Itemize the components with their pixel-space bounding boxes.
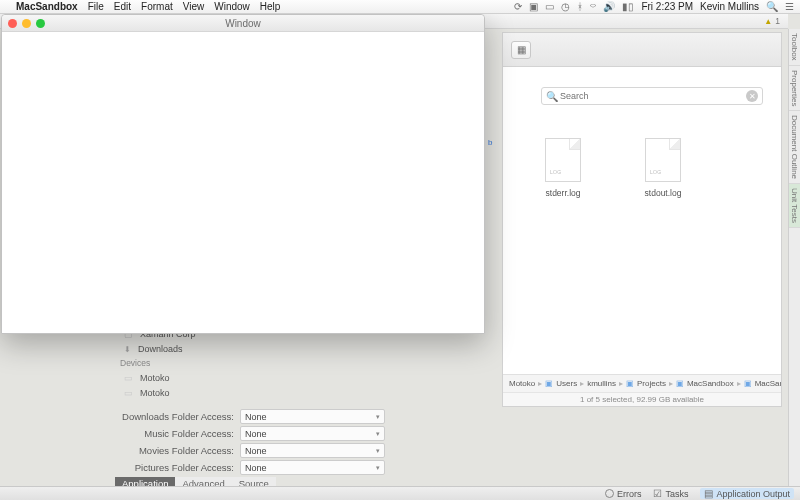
right-tab-toolbox[interactable]: Toolbox <box>789 29 800 66</box>
menubar-status-area: ⟳ ▣ ▭ ◷ ᚼ ⌔ 🔊 ▮▯ Fri 2:23 PM Kevin Mulli… <box>514 1 794 12</box>
right-tab-unit-tests[interactable]: Unit Tests <box>789 184 800 228</box>
bottom-tab-tasks[interactable]: ☑Tasks <box>653 488 688 499</box>
finder-search-input[interactable] <box>560 91 744 101</box>
app-window-titlebar[interactable]: Window <box>2 15 484 32</box>
project-options-panel: Downloads Folder Access: None▾ Music Fol… <box>115 408 395 476</box>
minimize-icon[interactable] <box>22 19 31 28</box>
close-icon[interactable] <box>8 19 17 28</box>
menu-app[interactable]: MacSandbox <box>16 1 78 12</box>
path-seg: MacSandbox <box>676 379 734 388</box>
menu-view[interactable]: View <box>183 1 205 12</box>
prop-select-movies[interactable]: None▾ <box>240 443 385 458</box>
clear-search-icon[interactable]: ✕ <box>746 90 758 102</box>
finder-toolbar: ▦ <box>503 33 781 67</box>
menubar-clock[interactable]: Fri 2:23 PM <box>641 1 693 12</box>
spotlight-icon[interactable]: 🔍 <box>766 1 778 12</box>
chevron-down-icon: ▾ <box>376 464 380 472</box>
bottom-tab-errors[interactable]: Errors <box>605 489 642 499</box>
right-tab-document-outline[interactable]: Document Outline <box>789 111 800 184</box>
notification-center-icon[interactable]: ☰ <box>785 1 794 12</box>
notification-count: 1 <box>775 16 780 26</box>
file-icon: LOG <box>645 138 681 182</box>
sync-icon[interactable]: ⟳ <box>514 1 522 12</box>
finder-window: ▦ 🔍 ✕ LOG stderr.log LOG stdout.log Moto… <box>502 32 782 407</box>
output-icon: ▤ <box>704 488 713 499</box>
path-seg: MacSandbox <box>744 379 781 388</box>
solution-tree-fragment: Xamarin Corp Downloads Devices Motoko Mo… <box>118 326 210 400</box>
finder-view-button[interactable]: ▦ <box>511 41 531 59</box>
ide-notification-badge[interactable]: ▲ 1 <box>764 16 780 26</box>
chevron-down-icon: ▾ <box>376 430 380 438</box>
menu-help[interactable]: Help <box>260 1 281 12</box>
zoom-icon[interactable] <box>36 19 45 28</box>
app-window: Window <box>1 14 485 334</box>
finder-file-grid: LOG stderr.log LOG stdout.log <box>503 118 781 374</box>
prop-row-movies: Movies Folder Access: None▾ <box>115 442 395 459</box>
background-text-fragment: b <box>488 138 492 147</box>
menubar-user[interactable]: Kevin Mullins <box>700 1 759 12</box>
search-icon: 🔍 <box>546 91 558 102</box>
menu-format[interactable]: Format <box>141 1 173 12</box>
wifi-icon[interactable]: ⌔ <box>590 1 596 12</box>
tree-section-devices: Devices <box>118 356 210 370</box>
battery-icon[interactable]: ▮▯ <box>622 1 634 12</box>
file-label: stdout.log <box>633 188 693 198</box>
file-icon: LOG <box>545 138 581 182</box>
file-label: stderr.log <box>533 188 593 198</box>
prop-select-downloads[interactable]: None▾ <box>240 409 385 424</box>
finder-search-field[interactable]: 🔍 ✕ <box>541 87 763 105</box>
menu-edit[interactable]: Edit <box>114 1 131 12</box>
app-window-title: Window <box>225 18 261 29</box>
tree-device-motoko-2[interactable]: Motoko <box>118 385 210 400</box>
finder-status-bar: 1 of 5 selected, 92.99 GB available <box>503 392 781 406</box>
ide-right-sidebar: Toolbox Properties Document Outline Unit… <box>788 29 800 486</box>
file-stderr-log[interactable]: LOG stderr.log <box>533 138 593 354</box>
tree-item-downloads[interactable]: Downloads <box>118 341 210 356</box>
prop-row-music: Music Folder Access: None▾ <box>115 425 395 442</box>
macos-menubar: MacSandbox File Edit Format View Window … <box>0 0 800 14</box>
path-seg: Projects <box>626 379 666 388</box>
menu-file[interactable]: File <box>88 1 104 12</box>
tasks-icon: ☑ <box>653 488 662 499</box>
warning-icon: ▲ <box>764 17 772 26</box>
chevron-down-icon: ▾ <box>376 413 380 421</box>
finder-path-bar[interactable]: Motoko▸ Users▸ kmullins▸ Projects▸ MacSa… <box>503 374 781 392</box>
bluetooth-icon[interactable]: ᚼ <box>577 1 583 12</box>
prop-select-pictures[interactable]: None▾ <box>240 460 385 475</box>
menu-window[interactable]: Window <box>214 1 250 12</box>
path-seg: Users <box>545 379 577 388</box>
bottom-tab-application-output[interactable]: ▤Application Output <box>700 488 794 499</box>
ide-bottom-bar: Errors ☑Tasks ▤Application Output <box>0 486 800 500</box>
file-stdout-log[interactable]: LOG stdout.log <box>633 138 693 354</box>
path-seg: Motoko <box>509 379 535 388</box>
tree-device-motoko-1[interactable]: Motoko <box>118 370 210 385</box>
timemachine-icon[interactable]: ◷ <box>561 1 570 12</box>
dropbox-icon[interactable]: ▣ <box>529 1 538 12</box>
chevron-down-icon: ▾ <box>376 447 380 455</box>
errors-icon <box>605 489 614 498</box>
display-icon[interactable]: ▭ <box>545 1 554 12</box>
right-tab-properties[interactable]: Properties <box>789 66 800 111</box>
prop-row-downloads: Downloads Folder Access: None▾ <box>115 408 395 425</box>
path-seg: kmullins <box>587 379 616 388</box>
prop-select-music[interactable]: None▾ <box>240 426 385 441</box>
prop-row-pictures: Pictures Folder Access: None▾ <box>115 459 395 476</box>
volume-icon[interactable]: 🔊 <box>603 1 615 12</box>
window-traffic-lights <box>8 19 45 28</box>
